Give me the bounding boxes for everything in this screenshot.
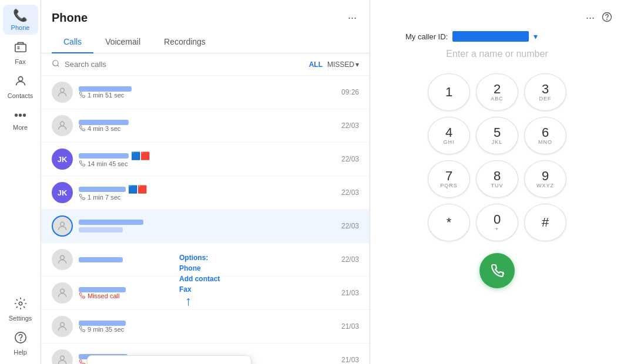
caller-id-dropdown[interactable]: ▾ [534,32,538,41]
call-info: 9 min 35 sec [79,321,341,333]
phone-icon: 📞 [13,8,28,22]
svg-point-4 [19,302,22,305]
search-bar: ALL MISSED ▾ [41,53,370,76]
sidebar-item-settings-label: Settings [9,315,32,322]
sidebar-item-more[interactable]: ••• More [3,105,38,134]
keypad: 1 2ABC 3DEF 4GHI 5JKL 6MNO 7PQRS 8TUV 9W… [428,73,566,241]
svg-point-20 [61,322,65,326]
svg-point-3 [18,77,22,81]
avatar: JK [52,149,73,170]
key-3[interactable]: 3DEF [524,73,566,111]
avatar [52,82,73,103]
key-2[interactable]: 2ABC [476,73,518,111]
panel-more-button[interactable]: ··· [345,9,359,26]
tab-calls[interactable]: Calls [52,31,93,53]
svg-rect-0 [15,44,25,52]
sidebar-item-help[interactable]: Help [3,328,38,359]
sidebar: 📞 Phone Fax Contacts ••• More Settings [0,0,41,364]
key-hash[interactable]: # [524,204,566,241]
sidebar-item-fax-label: Fax [15,58,25,65]
key-8[interactable]: 8TUV [476,160,518,198]
dialer-top-bar: ··· [382,12,612,25]
call-list: 1 min 51 sec 09:26 4 min 3 sec 22/03 [41,76,370,364]
key-9[interactable]: 9WXYZ [524,160,566,198]
search-input[interactable] [65,60,304,69]
table-row[interactable]: JK 🟦🟥 1 min 7 sec 22/03 [41,176,370,210]
avatar [52,215,73,237]
caller-id-value [452,31,529,42]
call-info [79,220,341,232]
svg-point-9 [61,88,65,92]
context-popup: Profile [87,355,251,364]
svg-point-11 [61,222,65,226]
main-panel: Phone ··· Calls Voicemail Recordings ALL… [41,0,370,364]
chevron-down-icon: ▾ [355,60,359,69]
sidebar-item-phone-label: Phone [11,24,30,31]
svg-point-21 [61,356,65,360]
svg-point-10 [61,122,65,126]
panel-header: Phone ··· [41,0,370,31]
call-info: Missed call [79,287,341,299]
call-button[interactable] [479,253,515,288]
sidebar-item-contacts[interactable]: Contacts [3,71,38,103]
svg-point-7 [53,60,58,66]
sidebar-item-fax[interactable]: Fax [3,37,38,69]
svg-point-19 [61,289,65,293]
sidebar-item-settings[interactable]: Settings [3,294,38,325]
dialer-more-button[interactable]: ··· [586,12,595,25]
avatar: JK [52,182,73,203]
contacts-icon [14,75,27,90]
tab-voicemail[interactable]: Voicemail [93,31,152,53]
avatar [52,282,73,304]
page-title: Phone [52,11,88,25]
table-row[interactable]: Missed call 21/03 [41,277,370,310]
table-row[interactable]: 1 min 51 sec 09:26 [41,76,370,109]
caller-id-row: My caller ID: ▾ [405,31,538,42]
tab-recordings[interactable]: Recordings [152,31,217,53]
sidebar-item-contacts-label: Contacts [8,92,33,99]
sidebar-item-phone[interactable]: 📞 Phone [3,5,38,35]
filter-missed-button[interactable]: MISSED ▾ [327,60,359,69]
key-star[interactable]: * [428,204,470,241]
svg-point-24 [607,19,608,19]
more-dots-icon: ••• [14,109,26,122]
table-row[interactable]: 9 min 35 sec 21/03 [41,310,370,343]
key-4[interactable]: 4GHI [428,117,470,154]
avatar [52,249,73,270]
sidebar-item-help-label: Help [14,349,27,356]
dialer-panel: ··· My caller ID: ▾ Enter a name or numb… [370,0,624,364]
dialer-help-icon[interactable] [602,12,612,25]
key-1[interactable]: 1 [428,73,470,111]
key-6[interactable]: 6MNO [524,117,566,154]
settings-icon [14,297,27,313]
search-icon [52,59,60,69]
table-row[interactable]: 22/03 Profile [41,210,370,243]
key-7[interactable]: 7PQRS [428,160,470,198]
fax-icon [14,41,27,56]
call-info: 4 min 3 sec [79,120,341,132]
call-info [79,257,341,262]
svg-point-18 [61,255,65,259]
caller-id-label: My caller ID: [405,32,448,41]
table-row[interactable]: 4 min 3 sec 22/03 [41,109,370,143]
svg-line-8 [58,65,59,67]
call-info: 🟦🟥 14 min 45 sec [79,151,341,167]
tab-bar: Calls Voicemail Recordings [41,31,370,53]
avatar [52,316,73,337]
enter-number-placeholder[interactable]: Enter a name or number [446,49,548,59]
avatar [52,349,73,364]
filter-all-button[interactable]: ALL [309,60,323,69]
key-5[interactable]: 5JKL [476,117,518,154]
sidebar-item-more-label: More [13,124,28,131]
help-icon [14,331,27,347]
table-row[interactable]: JK 🟦🟥 14 min 45 sec 22/03 [41,143,370,176]
table-row[interactable]: 22/03 [41,243,370,277]
key-0[interactable]: 0+ [476,204,518,241]
call-info: 🟦🟥 1 min 7 sec [79,185,341,201]
svg-point-6 [20,340,21,341]
call-info: 1 min 51 sec [79,86,341,99]
avatar [52,115,73,136]
